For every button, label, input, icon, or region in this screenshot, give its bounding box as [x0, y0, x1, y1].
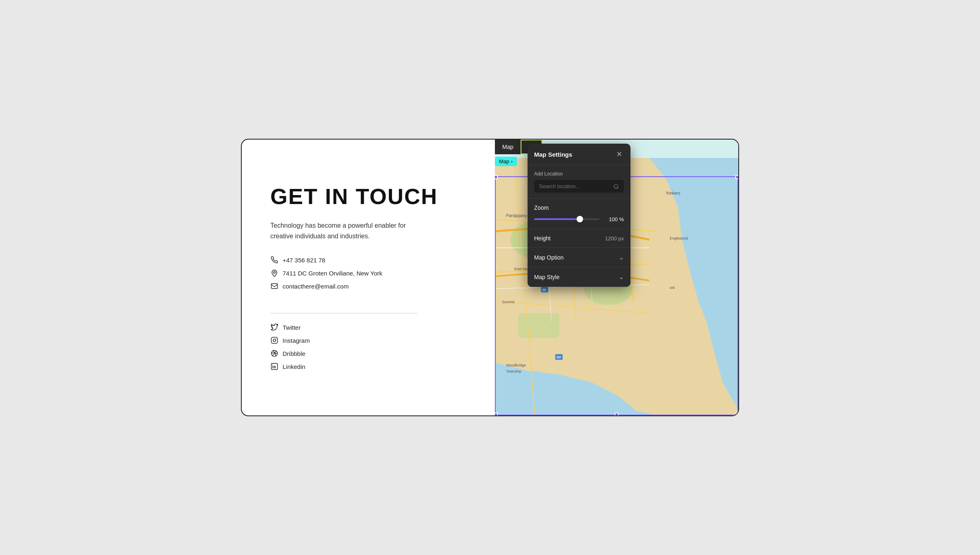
search-location-input[interactable] [539, 183, 610, 189]
panel-title: Map Settings [534, 151, 572, 158]
map-breadcrumb-bar: Map › [495, 157, 517, 166]
zoom-thumb[interactable] [577, 216, 583, 222]
svg-text:Englewood: Englewood [670, 236, 688, 240]
social-linkedin[interactable]: Linkedin [270, 362, 470, 371]
contact-phone: +47 356 821 78 [270, 256, 470, 264]
contact-email: contacthere@email.com [270, 282, 470, 290]
svg-text:Woodbridge: Woodbridge [506, 363, 526, 367]
svg-rect-10 [519, 313, 559, 338]
map-option-label: Map Option [534, 254, 564, 261]
map-option-accordion[interactable]: Map Option ⌄ [528, 248, 630, 267]
map-breadcrumb[interactable]: Map › [495, 157, 517, 166]
zoom-track [534, 218, 599, 220]
zoom-slider[interactable] [534, 215, 599, 223]
page-title: GET IN TOUCH [270, 184, 470, 209]
instagram-label: Instagram [283, 337, 310, 344]
height-label: Height [534, 235, 550, 242]
svg-text:Summit: Summit [502, 300, 515, 304]
breadcrumb-label: Map [499, 158, 509, 164]
zoom-section: Zoom 100 % [528, 199, 630, 229]
phone-icon [270, 256, 278, 264]
map-style-chevron: ⌄ [619, 273, 624, 281]
svg-point-34 [614, 184, 618, 188]
panel-close-button[interactable]: ✕ [614, 149, 624, 159]
svg-text:287: 287 [557, 356, 561, 359]
left-content: GET IN TOUCH Technology has become a pow… [242, 140, 495, 415]
email-icon [270, 282, 278, 290]
height-section: Height 1200 px [528, 229, 630, 248]
svg-rect-1 [272, 284, 278, 289]
breadcrumb-arrow: › [511, 158, 512, 164]
svg-text:Township: Township [506, 369, 522, 373]
svg-point-0 [274, 271, 276, 273]
search-icon [613, 184, 619, 189]
social-twitter[interactable]: Twitter [270, 323, 470, 331]
contact-list: +47 356 821 78 7411 DC Groten Orviliane,… [270, 256, 470, 295]
linkedin-icon [270, 362, 278, 371]
linkedin-label: Linkedin [283, 363, 305, 370]
search-box [534, 180, 624, 193]
email-text: contacthere@email.com [283, 283, 349, 290]
map-style-accordion[interactable]: Map Style ⌄ [528, 267, 630, 287]
svg-point-4 [276, 338, 276, 339]
dribbble-icon [270, 349, 278, 357]
svg-text:Yonkers: Yonkers [666, 191, 680, 195]
right-map-area: Map ··· Map › [495, 140, 738, 415]
social-list: Twitter Instagram [270, 323, 470, 375]
add-location-section: Add Location [528, 165, 630, 199]
zoom-fill [534, 218, 580, 220]
twitter-icon [270, 323, 278, 331]
map-tab-button[interactable]: Map [495, 140, 521, 154]
divider [270, 313, 417, 313]
height-value: 1200 px [605, 235, 624, 242]
contact-address: 7411 DC Groten Orviliane, New York [270, 269, 470, 277]
social-dribbble[interactable]: Dribbble [270, 349, 470, 357]
address-text: 7411 DC Groten Orviliane, New York [283, 270, 382, 277]
instagram-icon [270, 336, 278, 344]
zoom-row: 100 % [534, 215, 624, 223]
page-description: Technology has become a powerful enabler… [270, 220, 425, 241]
svg-point-3 [273, 339, 276, 342]
phone-text: +47 356 821 78 [283, 257, 325, 264]
panel-header: Map Settings ✕ [528, 144, 630, 165]
zoom-label: Zoom [534, 204, 624, 211]
dribbble-label: Dribbble [283, 350, 305, 357]
social-instagram[interactable]: Instagram [270, 336, 470, 344]
add-location-label: Add Location [534, 171, 624, 177]
svg-text:95: 95 [543, 289, 546, 291]
twitter-label: Twitter [283, 324, 301, 331]
main-card: GET IN TOUCH Technology has become a pow… [241, 139, 739, 416]
map-option-chevron: ⌄ [619, 253, 624, 261]
zoom-value: 100 % [604, 216, 624, 222]
map-settings-panel: Map Settings ✕ Add Location Zoom [528, 144, 630, 287]
location-icon [270, 269, 278, 277]
map-style-label: Map Style [534, 274, 559, 280]
svg-rect-2 [272, 337, 278, 344]
svg-text:ork: ork [670, 286, 675, 290]
